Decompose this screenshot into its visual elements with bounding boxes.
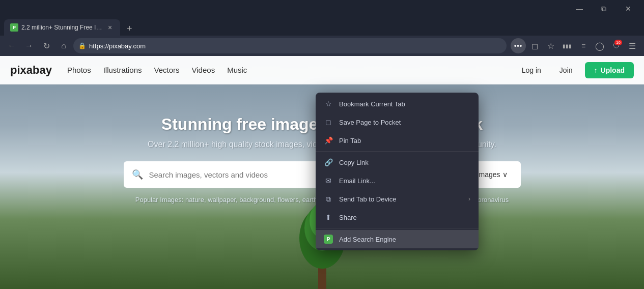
nav-music[interactable]: Music: [227, 66, 247, 74]
forward-button[interactable]: →: [21, 38, 37, 53]
context-menu: ☆ Bookmark Current Tab ◻ Save Page to Po…: [316, 93, 479, 250]
account-button[interactable]: ◯: [592, 38, 607, 53]
title-bar: — ⧉ ✕: [0, 0, 644, 17]
popular-label: Popular Images:: [135, 196, 184, 204]
history-icon: ▮▮▮: [563, 43, 572, 49]
pocket-icon: ◻: [531, 41, 538, 51]
back-button[interactable]: ←: [4, 38, 19, 53]
reader-button[interactable]: ≡: [576, 38, 591, 53]
bookmark-menu-icon: ☆: [324, 99, 333, 108]
menu-item-copy-link[interactable]: 🔗 Copy Link: [316, 153, 479, 171]
restore-button[interactable]: ⧉: [592, 2, 615, 16]
upload-button[interactable]: ↑ Upload: [585, 62, 634, 78]
join-button[interactable]: Join: [553, 63, 579, 77]
submenu-arrow-icon: ›: [468, 195, 470, 203]
tab-favicon: P: [10, 23, 18, 32]
menu-item-pin[interactable]: 📌 Pin Tab: [316, 131, 479, 150]
active-tab[interactable]: P 2.2 million+ Stunning Free Ima... ×: [4, 19, 120, 36]
security-icon: 🔒: [78, 42, 86, 49]
chevron-down-icon: ∨: [502, 170, 508, 179]
nav-vectors[interactable]: Vectors: [154, 66, 180, 74]
nav-illustrations[interactable]: Illustrations: [103, 66, 142, 74]
website: pixabay Photos Illustrations Vectors Vid…: [0, 56, 644, 289]
history-button[interactable]: ▮▮▮: [559, 38, 575, 53]
search-type-label: Images: [477, 170, 500, 179]
copy-link-menu-icon: 🔗: [324, 158, 333, 167]
minimize-button[interactable]: —: [568, 2, 591, 16]
upload-icon: ↑: [594, 66, 598, 74]
add-search-menu-icon: P: [324, 235, 333, 244]
menu-item-send-tab-label: Send Tab to Device: [339, 195, 462, 203]
menu-item-pocket-label: Save Page to Pocket: [339, 119, 470, 126]
extension-button[interactable]: 🛡 16: [608, 38, 624, 53]
address-bar-container[interactable]: 🔒: [73, 38, 507, 53]
navbar-right: Log in Join ↑ Upload: [516, 62, 634, 78]
menu-button[interactable]: ☰: [625, 38, 640, 53]
more-button[interactable]: •••: [511, 38, 526, 53]
menu-item-share-label: Share: [339, 214, 470, 221]
close-button[interactable]: ✕: [617, 2, 640, 16]
bookmark-star-button[interactable]: ☆: [543, 38, 558, 53]
nav-links: Photos Illustrations Vectors Videos Musi…: [67, 66, 247, 74]
address-bar[interactable]: [89, 42, 501, 50]
home-button[interactable]: ⌂: [56, 38, 71, 53]
menu-separator-2: [316, 228, 479, 228]
pocket-menu-icon: ◻: [324, 118, 333, 127]
tab-close-button[interactable]: ×: [106, 22, 114, 33]
search-icon: 🔍: [132, 169, 143, 180]
menu-item-email-link-label: Email Link...: [339, 177, 470, 185]
send-tab-menu-icon: ⧉: [324, 194, 333, 204]
upload-label: Upload: [601, 66, 625, 74]
refresh-button[interactable]: ↻: [39, 38, 54, 53]
menu-item-bookmark[interactable]: ☆ Bookmark Current Tab: [316, 95, 479, 113]
tab-bar: P 2.2 million+ Stunning Free Ima... × +: [0, 17, 644, 36]
menu-item-copy-link-label: Copy Link: [339, 159, 470, 166]
extension-badge: 16: [614, 40, 622, 45]
pocket-button[interactable]: ◻: [527, 38, 542, 53]
email-menu-icon: ✉: [324, 176, 333, 185]
more-icon: •••: [514, 42, 523, 50]
menu-item-send-tab[interactable]: ⧉ Send Tab to Device ›: [316, 190, 479, 208]
star-icon: ☆: [547, 41, 554, 51]
pin-menu-icon: 📌: [324, 136, 333, 145]
menu-item-pocket[interactable]: ◻ Save Page to Pocket: [316, 113, 479, 131]
menu-item-add-search-label: Add Search Engine: [339, 236, 470, 243]
site-logo[interactable]: pixabay: [10, 64, 52, 77]
toolbar: ← → ↻ ⌂ 🔒 ••• ◻ ☆ ▮▮▮ ≡ ◯: [0, 36, 644, 56]
toolbar-right: ••• ◻ ☆ ▮▮▮ ≡ ◯ 🛡 16 ☰: [511, 38, 640, 53]
menu-item-bookmark-label: Bookmark Current Tab: [339, 100, 470, 108]
menu-item-share[interactable]: ⬆ Share: [316, 208, 479, 226]
new-tab-button[interactable]: +: [122, 21, 136, 36]
browser-chrome: — ⧉ ✕ P 2.2 million+ Stunning Free Ima..…: [0, 0, 644, 56]
reader-icon: ≡: [581, 42, 585, 50]
nav-videos[interactable]: Videos: [192, 66, 215, 74]
share-menu-icon: ⬆: [324, 213, 333, 222]
menu-item-pin-label: Pin Tab: [339, 137, 470, 144]
tab-title: 2.2 million+ Stunning Free Ima...: [21, 24, 103, 31]
account-icon: ◯: [595, 41, 604, 51]
hamburger-icon: ☰: [629, 41, 636, 51]
nav-photos[interactable]: Photos: [67, 66, 91, 74]
menu-separator-1: [316, 151, 479, 152]
login-button[interactable]: Log in: [516, 63, 547, 77]
menu-item-add-search[interactable]: P Add Search Engine: [316, 230, 479, 248]
menu-item-email-link[interactable]: ✉ Email Link...: [316, 171, 479, 190]
navbar: pixabay Photos Illustrations Vectors Vid…: [0, 56, 644, 84]
